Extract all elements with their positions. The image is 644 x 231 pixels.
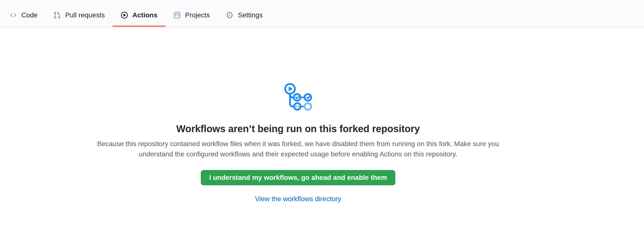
page-description: Because this repository contained workfl… <box>95 139 501 159</box>
code-icon <box>9 11 17 19</box>
tab-label: Code <box>21 12 38 19</box>
view-workflows-directory-link[interactable]: View the workflows directory <box>255 195 341 203</box>
tab-settings[interactable]: ⚙ Settings <box>218 4 270 27</box>
main-content: Workflows aren’t being run on this forke… <box>0 28 644 203</box>
actions-workflow-icon <box>95 83 501 112</box>
play-circle-icon <box>120 11 128 19</box>
project-icon <box>173 11 181 19</box>
page-title: Workflows aren’t being run on this forke… <box>95 123 501 135</box>
tab-code[interactable]: Code <box>2 4 46 27</box>
tab-label: Pull requests <box>65 12 105 19</box>
gear-icon: ⚙ <box>226 12 234 19</box>
tab-label: Settings <box>238 12 263 19</box>
link-row: View the workflows directory <box>95 195 501 203</box>
tab-pull-requests[interactable]: Pull requests <box>46 4 113 27</box>
tab-actions[interactable]: Actions <box>113 4 166 27</box>
tab-label: Projects <box>185 12 210 19</box>
enable-workflows-button[interactable]: I understand my workflows, go ahead and … <box>201 170 395 185</box>
actions-disabled-blankslate: Workflows aren’t being run on this forke… <box>95 83 501 203</box>
tab-label: Actions <box>132 12 158 19</box>
tab-projects[interactable]: Projects <box>166 4 218 27</box>
git-pull-request-icon <box>53 11 61 19</box>
repo-tab-nav: Code Pull requests Actions <box>0 0 644 28</box>
